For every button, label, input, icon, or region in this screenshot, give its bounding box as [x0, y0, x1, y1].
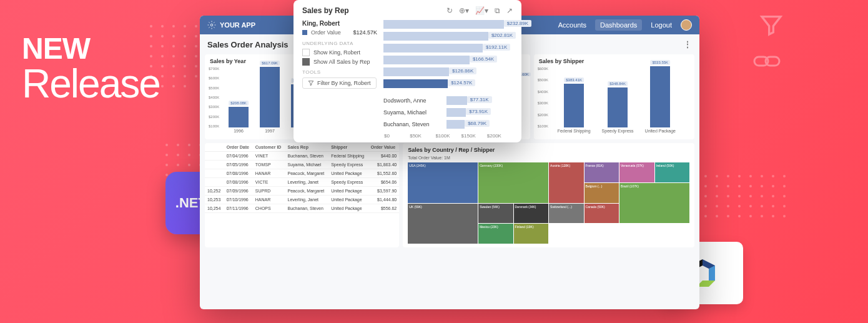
y-axis: $100K$200K$300K$400K$500K$600K$700K	[209, 67, 219, 128]
hbar-row: $166.54K	[383, 56, 513, 64]
copy-icon[interactable]: ⧉	[495, 6, 500, 15]
hero-text: NEW Release	[22, 31, 160, 107]
treemap-cell[interactable]: Brazil (107K)	[619, 183, 689, 224]
treemap-cell[interactable]: Denmark (34K)	[514, 204, 548, 224]
hbar-row: $202.81K	[383, 32, 513, 41]
link-icon	[753, 53, 781, 72]
table-row[interactable]: 10,25207/09/1996SUPRDPeacock, MargaretUn…	[205, 187, 399, 196]
chart-type-icon[interactable]: 📈▾	[475, 6, 488, 15]
show-king-row[interactable]: Show King, Robert	[302, 49, 377, 56]
popup-toolbar: ↻ ⊕▾ 📈▾ ⧉ ↗	[446, 6, 513, 15]
hbar-row: Buchanan, Steven$68.79K	[383, 120, 513, 129]
hbar-row: $192.11K	[383, 44, 513, 52]
selected-rep: King, Robert	[302, 20, 377, 27]
treemap-cell[interactable]: Sweden (54K)	[478, 204, 513, 224]
hbar-row: Dodsworth, Anne$77.31K	[383, 96, 513, 105]
popup-xaxis: $0$50K$100K$150K$200K	[321, 133, 513, 139]
popup-hbar-chart: $232.89K$202.81K$192.11K$166.54K$126.86K…	[383, 20, 513, 94]
refresh-icon[interactable]: ↻	[446, 6, 453, 15]
tools-label: TOOLS	[302, 69, 377, 75]
page-title: Sales Order Analysis	[207, 40, 289, 49]
nav-logout[interactable]: Logout	[651, 21, 672, 29]
treemap-cell[interactable]: Germany (230K)	[478, 162, 548, 203]
filter-pill[interactable]: Filter By King, Robert	[302, 77, 377, 89]
treemap-cell[interactable]: Switzerland (...)	[549, 204, 583, 224]
treemap-cell[interactable]: Ireland (50K)	[655, 162, 689, 182]
treemap-cell[interactable]: Mexico (23K)	[478, 224, 513, 244]
hbar-row: $124.57K	[383, 79, 513, 88]
table-row[interactable]: 07/08/1996VICTELeverling, JanetSpeedy Ex…	[205, 178, 399, 187]
y-axis: $100K$200K$300K$400K$500K$600K	[538, 67, 548, 128]
decorative-dots	[704, 175, 787, 217]
expand-icon[interactable]: ↗	[506, 6, 513, 15]
treemap-cell[interactable]: Venezuela (57K)	[619, 162, 654, 182]
treemap-cell[interactable]: France (81K)	[584, 162, 619, 182]
bar-chart: $383.41KFederal Shipping $348.84KSpeedy …	[554, 67, 689, 136]
card-orders-table: Order Date Customer ID Sales Rep Shipper…	[205, 143, 399, 247]
avatar[interactable]	[681, 19, 692, 31]
treemap-cell[interactable]: Canada (50K)	[584, 204, 619, 224]
show-all-row[interactable]: Show All Sales by Rep	[302, 58, 377, 66]
treemap-cell[interactable]: Belgium (...)	[584, 183, 619, 203]
app-brand: YOUR APP	[207, 21, 255, 29]
gear-icon	[207, 21, 216, 29]
treemap-subtitle: Total Order Value: 1M	[408, 156, 689, 160]
popup-hbar-chart-lower: Dodsworth, Anne$77.31KSuyama, Michael$73…	[383, 96, 513, 132]
table-row[interactable]: 07/05/1996TOMSPSuyama, MichaelSpeedy Exp…	[205, 161, 399, 169]
legend-swatch	[302, 30, 307, 35]
treemap-cell[interactable]: UK (59K)	[408, 204, 478, 244]
popup-title: Sales by Rep	[302, 6, 349, 15]
orders-table: Order Date Customer ID Sales Rep Shipper…	[205, 143, 399, 213]
app-nav: Accounts Dashboards Logout	[558, 19, 692, 31]
table-row[interactable]: 10,25407/11/1996CHOPSBuchanan, StevenUni…	[205, 204, 399, 213]
nav-accounts[interactable]: Accounts	[558, 21, 586, 29]
funnel-icon	[759, 12, 784, 40]
table-row[interactable]: 10,25307/10/1996HANARLeverling, JanetUni…	[205, 196, 399, 204]
hero-release: Release	[22, 61, 160, 107]
popup-legend: Order Value $124.57K	[302, 29, 377, 36]
dashboard-row2: Order Date Customer ID Sales Rep Shipper…	[200, 143, 699, 247]
hbar-row: $232.89K	[383, 20, 513, 29]
nav-dashboards[interactable]: Dashboards	[595, 19, 642, 31]
treemap-cell[interactable]: Austria (128K)	[549, 162, 583, 203]
card-sales-by-shipper: Sales by Shipper $100K$200K$300K$400K$50…	[534, 54, 694, 139]
table-row[interactable]: 07/04/1996VINETBuchanan, StevenFederal S…	[205, 152, 399, 161]
card-treemap: Sales by Country / Rep / Shipper Total O…	[403, 143, 694, 247]
treemap-chart[interactable]: USA (245K)Germany (230K)Austria (128K)Fr…	[408, 162, 689, 244]
svg-point-7	[210, 24, 213, 26]
hbar-row: Suyama, Michael$73.91K	[383, 108, 513, 117]
funnel-icon	[308, 80, 314, 86]
table-row[interactable]: 07/08/1996HANARPeacock, MargaretUnited P…	[205, 169, 399, 178]
hbar-row: $126.86K	[383, 67, 513, 76]
kebab-menu-icon[interactable]: ⋮	[683, 39, 692, 49]
zoom-icon[interactable]: ⊕▾	[459, 6, 469, 15]
treemap-cell[interactable]: USA (245K)	[408, 162, 478, 203]
treemap-cell[interactable]: Finland (19K)	[514, 224, 548, 244]
chart-popup: Sales by Rep ↻ ⊕▾ 📈▾ ⧉ ↗ King, Robert Or…	[293, 0, 521, 142]
underlying-label: UNDERLYING DATA	[302, 41, 377, 46]
card-title: Sales by Country / Rep / Shipper	[408, 147, 689, 153]
